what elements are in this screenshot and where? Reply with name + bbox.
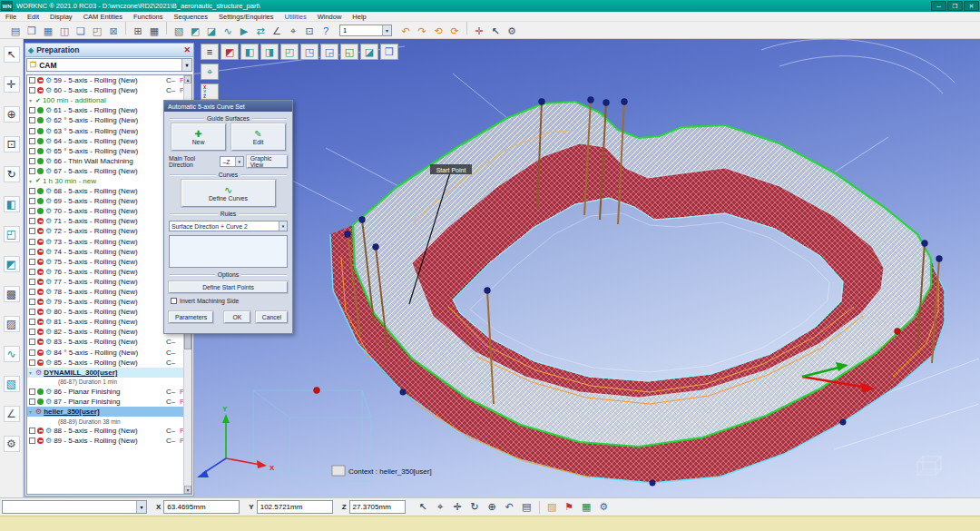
graphic-view-button[interactable]: Graphic View bbox=[247, 155, 288, 168]
tree-operation-item[interactable]: ⚙88 - 5-axis - Rolling (New)C–P° bbox=[27, 426, 191, 436]
z-coordinate-field[interactable]: 27.3705mm bbox=[349, 500, 406, 514]
view-scale-select[interactable]: 1 ▾ bbox=[339, 25, 392, 36]
scroll-up-icon[interactable]: ▲ bbox=[184, 75, 191, 84]
workzone-folder-icon[interactable]: ▨ bbox=[544, 500, 560, 515]
view-cube-bottom-icon[interactable]: ◱ bbox=[340, 44, 358, 60]
tree-toggle-icon[interactable]: ▾ bbox=[29, 369, 35, 376]
operation-checkbox[interactable] bbox=[29, 289, 35, 295]
layers-icon[interactable]: ▤ bbox=[519, 500, 534, 515]
pointer-mode-icon[interactable]: ↖ bbox=[488, 24, 503, 38]
maximize-button[interactable]: ❐ bbox=[947, 1, 963, 11]
tree-machine-item[interactable]: ▾⚙heller_350[user] bbox=[27, 407, 191, 417]
redo-icon[interactable]: ↷ bbox=[415, 24, 429, 38]
operation-checkbox[interactable] bbox=[29, 359, 35, 366]
menu-item-help[interactable]: Help bbox=[347, 12, 371, 21]
tree-machine-item[interactable]: ▾⚙DYNAMILL_300[user] bbox=[27, 368, 191, 378]
define-curves-button[interactable]: ∿ Define Curves bbox=[181, 180, 276, 207]
compare-icon[interactable]: ⇄ bbox=[253, 24, 268, 38]
save-icon[interactable]: ▦ bbox=[41, 24, 55, 38]
world-axes-cube-icon[interactable]: ⌖ bbox=[201, 64, 219, 80]
operation-checkbox[interactable] bbox=[29, 428, 35, 434]
tile-windows-icon[interactable]: ◫ bbox=[57, 24, 72, 38]
tree-operation-item[interactable]: ⚙83 - 5-axis - Rolling (New)C– bbox=[27, 337, 191, 347]
wireframe-mode-icon[interactable]: ▨ bbox=[4, 316, 20, 332]
tool-direction-select[interactable]: –Z ▾ bbox=[220, 156, 243, 167]
menu-item-functions[interactable]: Functions bbox=[128, 12, 169, 21]
table-view-icon[interactable]: ▦ bbox=[147, 24, 162, 38]
preparation-panel-header[interactable]: ◆ Preparation ✕ bbox=[25, 44, 193, 57]
operation-checkbox[interactable] bbox=[29, 269, 35, 275]
operation-checkbox[interactable] bbox=[29, 279, 35, 285]
help-icon[interactable]: ? bbox=[318, 24, 333, 38]
rotate-right-icon[interactable]: ⟳ bbox=[447, 24, 462, 38]
new-document-icon[interactable]: ▤ bbox=[8, 24, 23, 38]
surfaces-icon[interactable]: ▧ bbox=[4, 376, 20, 392]
view-cube-left-icon[interactable]: ◰ bbox=[280, 44, 299, 60]
split-window-icon[interactable]: ◰ bbox=[90, 24, 104, 38]
operation-checkbox[interactable] bbox=[29, 309, 35, 315]
zoom-in-icon[interactable]: ⊕ bbox=[4, 106, 20, 123]
tree-operation-item[interactable]: ⚙60 - 5-axis - Rolling (New)C–P+ bbox=[27, 85, 191, 95]
tree-operation-item[interactable]: ⚙85 - 5-axis - Rolling (New)C– bbox=[27, 358, 191, 368]
select-arrow-icon[interactable]: ↖ bbox=[4, 46, 20, 63]
view-cube-iso2-icon[interactable]: ◪ bbox=[360, 44, 378, 60]
flag-icon[interactable]: ⚑ bbox=[562, 500, 577, 515]
iso-view-icon[interactable]: ◩ bbox=[4, 256, 20, 272]
operation-checkbox[interactable] bbox=[29, 398, 35, 405]
pan-icon[interactable]: ✛ bbox=[4, 76, 20, 93]
operation-checkbox[interactable] bbox=[29, 329, 35, 335]
measure-icon[interactable]: ∠ bbox=[270, 24, 284, 38]
front-view-icon[interactable]: ◧ bbox=[4, 196, 20, 212]
tree-operation-item[interactable]: ⚙86 - Planar FinishingC–P+ bbox=[27, 387, 191, 397]
operation-checkbox[interactable] bbox=[29, 158, 35, 164]
view-cube-top-icon[interactable]: ◲ bbox=[320, 44, 338, 60]
dynamic-point-icon[interactable]: ✛ bbox=[472, 24, 486, 38]
operation-checkbox[interactable] bbox=[29, 349, 35, 356]
curves-icon[interactable]: ∿ bbox=[4, 346, 20, 362]
operation-checkbox[interactable] bbox=[29, 218, 35, 224]
undo-icon[interactable]: ↶ bbox=[398, 24, 413, 38]
operation-checkbox[interactable] bbox=[29, 87, 35, 93]
snap-point-icon[interactable]: ⌖ bbox=[433, 500, 448, 515]
operation-checkbox[interactable] bbox=[29, 188, 35, 194]
status-context-select[interactable]: ▾ bbox=[2, 500, 147, 514]
operation-checkbox[interactable] bbox=[29, 138, 35, 144]
view-cube-back-icon[interactable]: ◨ bbox=[260, 44, 279, 60]
operation-checkbox[interactable] bbox=[29, 438, 35, 444]
operation-checkbox[interactable] bbox=[29, 128, 35, 134]
preferences-icon[interactable]: ⚙ bbox=[596, 500, 612, 515]
rotate-left-icon[interactable]: ⟲ bbox=[431, 24, 446, 38]
open-workzone-icon[interactable]: ❒ bbox=[24, 24, 39, 38]
operation-checkbox[interactable] bbox=[29, 107, 35, 113]
operation-checkbox[interactable] bbox=[29, 228, 35, 234]
guide-surfaces-edit-button[interactable]: ✎ Edit bbox=[231, 123, 286, 151]
pointer-icon[interactable]: ↖ bbox=[416, 500, 431, 515]
rotate-icon[interactable]: ↻ bbox=[467, 500, 483, 515]
close-button[interactable]: ✕ bbox=[964, 1, 979, 11]
operation-checkbox[interactable] bbox=[29, 339, 35, 345]
scroll-down-icon[interactable]: ▼ bbox=[184, 486, 191, 494]
view-cube-right-icon[interactable]: ◳ bbox=[300, 44, 318, 60]
invert-machining-side-checkbox[interactable] bbox=[171, 298, 177, 304]
rotate-view-icon[interactable]: ↻ bbox=[4, 166, 20, 182]
measure-icon[interactable]: ∠ bbox=[4, 406, 20, 422]
surface-list-icon[interactable]: ◪ bbox=[204, 24, 219, 38]
operation-checkbox[interactable] bbox=[29, 168, 35, 174]
menu-item-settings-enquiries[interactable]: Settings/Enquiries bbox=[213, 12, 279, 21]
top-view-icon[interactable]: ◰ bbox=[4, 226, 20, 242]
menu-item-file[interactable]: File bbox=[0, 12, 22, 21]
zoom-fit-icon[interactable]: ⊡ bbox=[302, 24, 317, 38]
xyz-triad-icon[interactable]: XYZ bbox=[201, 84, 219, 100]
view-cube-rotate-icon[interactable]: ❒ bbox=[380, 44, 398, 60]
ok-button[interactable]: OK bbox=[224, 311, 250, 323]
menu-item-cam-entities[interactable]: CAM Entities bbox=[78, 12, 128, 21]
define-start-points-button[interactable]: Define Start Points bbox=[169, 281, 288, 293]
y-coordinate-field[interactable]: 102.5721mm bbox=[257, 500, 333, 514]
view-cube-iso-icon[interactable]: ◩ bbox=[220, 44, 239, 60]
cancel-button[interactable]: Cancel bbox=[256, 311, 288, 323]
operation-checkbox[interactable] bbox=[29, 198, 35, 204]
cam-mode-select[interactable]: ❒ CAM ▾ bbox=[26, 58, 192, 72]
shaded-mode-icon[interactable]: ▩ bbox=[4, 286, 20, 302]
rules-select[interactable]: Surface Direction + Curve 2 ▾ bbox=[169, 221, 288, 231]
zoom-fit-icon[interactable]: ⊡ bbox=[4, 136, 20, 152]
